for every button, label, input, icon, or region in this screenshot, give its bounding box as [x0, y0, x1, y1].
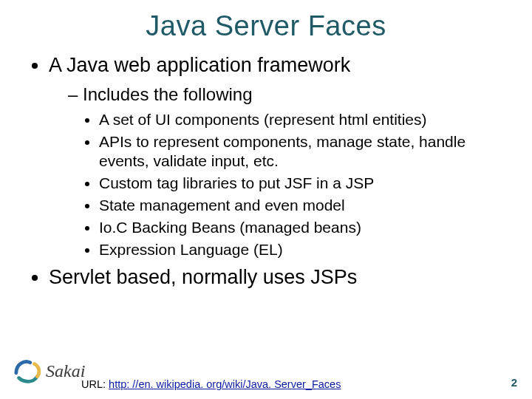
slide-title: Java Server Faces: [0, 0, 532, 42]
bullet-text: A Java web application framework: [49, 54, 350, 76]
bullet-item: Servlet based, normally uses JSPs: [49, 265, 508, 290]
url-line: URL: http: //en. wikipedia. org/wiki/Jav…: [81, 378, 341, 390]
bullet-item: A set of UI components (represent html e…: [99, 110, 508, 130]
bullet-text: APIs to represent components, manage sta…: [99, 133, 466, 170]
bullet-text: State management and even model: [99, 197, 345, 214]
bullet-text: Expression Language (EL): [99, 241, 283, 258]
bullet-item: Expression Language (EL): [99, 240, 508, 260]
bullet-item: Io.C Backing Beans (managed beans): [99, 218, 508, 238]
bullet-list-level2: Includes the following A set of UI compo…: [49, 83, 508, 260]
logo-text: Sakai: [46, 361, 85, 381]
bullet-text: Custom tag libraries to put JSF in a JSP: [99, 174, 374, 191]
bullet-text: Includes the following: [83, 84, 252, 104]
bullet-text: A set of UI components (represent html e…: [99, 111, 427, 128]
bullet-list-level1: A Java web application framework Include…: [31, 52, 508, 290]
url-link[interactable]: http: //en. wikipedia. org/wiki/Java. Se…: [109, 378, 341, 390]
bullet-item: Includes the following: [68, 83, 508, 106]
bullet-item: APIs to represent components, manage sta…: [99, 132, 508, 172]
bullet-item: State management and even model: [99, 196, 508, 216]
bullet-text: Servlet based, normally uses JSPs: [49, 266, 357, 288]
url-label: URL:: [81, 378, 109, 390]
slide: Java Server Faces A Java web application…: [0, 0, 532, 399]
bullet-item: Custom tag libraries to put JSF in a JSP: [99, 174, 508, 194]
page-number: 2: [511, 376, 517, 389]
bullet-item: A Java web application framework Include…: [49, 52, 508, 260]
bullet-text: Io.C Backing Beans (managed beans): [99, 219, 361, 236]
logo-mark-icon: [13, 357, 41, 385]
slide-content: A Java web application framework Include…: [0, 42, 532, 290]
bullet-list-level3: A set of UI components (represent html e…: [68, 110, 508, 260]
logo: Sakai: [13, 357, 85, 385]
